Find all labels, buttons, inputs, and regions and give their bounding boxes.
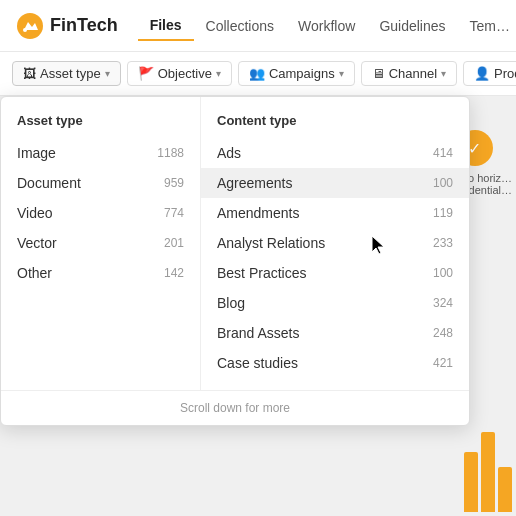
content-label: Best Practices [217, 265, 306, 281]
scroll-hint-text: Scroll down for more [180, 401, 290, 415]
content-count: 324 [433, 296, 453, 310]
content-label: Blog [217, 295, 245, 311]
scroll-hint: Scroll down for more [1, 390, 469, 425]
asset-type-column-header: Asset type [1, 109, 200, 138]
users-icon: 👥 [249, 66, 265, 81]
nav-item-workflow[interactable]: Workflow [286, 12, 367, 40]
content-label: Analyst Relations [217, 235, 325, 251]
asset-count: 774 [164, 206, 184, 220]
content-count: 119 [433, 206, 453, 220]
asset-item-image[interactable]: Image 1188 [1, 138, 200, 168]
content-label: Brand Assets [217, 325, 300, 341]
content-type-column: Content type Ads 414 Agreements 100 Amen… [201, 97, 469, 390]
content-item-best-practices[interactable]: Best Practices 100 [201, 258, 469, 288]
content-count: 248 [433, 326, 453, 340]
content-label: Case studies [217, 355, 298, 371]
asset-item-other[interactable]: Other 142 [1, 258, 200, 288]
content-item-ads[interactable]: Ads 414 [201, 138, 469, 168]
channel-label: Channel [389, 66, 437, 81]
objective-label: Objective [158, 66, 212, 81]
chevron-down-icon: ▾ [339, 68, 344, 79]
content-count: 414 [433, 146, 453, 160]
checkmark-icon: ✓ [468, 139, 481, 158]
flag-icon: 🚩 [138, 66, 154, 81]
chevron-down-icon: ▾ [216, 68, 221, 79]
logo-area: FinTech [16, 12, 118, 40]
user-icon: 👤 [474, 66, 490, 81]
content-item-blog[interactable]: Blog 324 [201, 288, 469, 318]
asset-type-column: Asset type Image 1188 Document 959 Video… [1, 97, 201, 390]
content-item-analyst-relations[interactable]: Analyst Relations 233 [201, 228, 469, 258]
asset-count: 201 [164, 236, 184, 250]
asset-item-vector[interactable]: Vector 201 [1, 228, 200, 258]
asset-item-document[interactable]: Document 959 [1, 168, 200, 198]
logo-text: FinTech [50, 15, 118, 36]
produced-by-label: Produced b… [494, 66, 516, 81]
nav-item-collections[interactable]: Collections [194, 12, 286, 40]
logo-icon [16, 12, 44, 40]
bar-chart [464, 432, 512, 512]
asset-label: Document [17, 175, 81, 191]
asset-count: 142 [164, 266, 184, 280]
content-count: 421 [433, 356, 453, 370]
content-count: 100 [433, 266, 453, 280]
content-label: Ads [217, 145, 241, 161]
svg-point-1 [23, 28, 27, 32]
content-count: 100 [433, 176, 453, 190]
asset-count: 1188 [157, 146, 184, 160]
filter-bar: 🖼 Asset type ▾ 🚩 Objective ▾ 👥 Campaigns… [0, 52, 516, 96]
content-count: 233 [433, 236, 453, 250]
topbar: 🔍 Want to search FinTech Files Collectio… [0, 0, 516, 52]
content-item-amendments[interactable]: Amendments 119 [201, 198, 469, 228]
asset-type-dropdown: Asset type Image 1188 Document 959 Video… [0, 96, 470, 426]
image-icon: 🖼 [23, 66, 36, 81]
asset-type-label: Asset type [40, 66, 101, 81]
asset-type-filter[interactable]: 🖼 Asset type ▾ [12, 61, 121, 86]
main-nav: Files Collections Workflow Guidelines Te… [138, 11, 516, 41]
asset-label: Video [17, 205, 53, 221]
nav-item-files[interactable]: Files [138, 11, 194, 41]
content-label: Agreements [217, 175, 292, 191]
chevron-down-icon: ▾ [441, 68, 446, 79]
nav-item-tem[interactable]: Tem… [458, 12, 516, 40]
asset-count: 959 [164, 176, 184, 190]
content-item-case-studies[interactable]: Case studies 421 [201, 348, 469, 378]
monitor-icon: 🖥 [372, 66, 385, 81]
bar-2 [481, 432, 495, 512]
channel-filter[interactable]: 🖥 Channel ▾ [361, 61, 457, 86]
asset-label: Vector [17, 235, 57, 251]
asset-label: Image [17, 145, 56, 161]
produced-by-filter[interactable]: 👤 Produced b… ▾ [463, 61, 516, 86]
content-item-agreements[interactable]: Agreements 100 [201, 168, 469, 198]
asset-item-video[interactable]: Video 774 [1, 198, 200, 228]
content-item-brand-assets[interactable]: Brand Assets 248 [201, 318, 469, 348]
objective-filter[interactable]: 🚩 Objective ▾ [127, 61, 232, 86]
asset-label: Other [17, 265, 52, 281]
bar-1 [464, 452, 478, 512]
campaigns-label: Campaigns [269, 66, 335, 81]
content-type-column-header: Content type [201, 109, 469, 138]
bar-3 [498, 467, 512, 512]
nav-item-guidelines[interactable]: Guidelines [367, 12, 457, 40]
chevron-down-icon: ▾ [105, 68, 110, 79]
campaigns-filter[interactable]: 👥 Campaigns ▾ [238, 61, 355, 86]
content-label: Amendments [217, 205, 299, 221]
